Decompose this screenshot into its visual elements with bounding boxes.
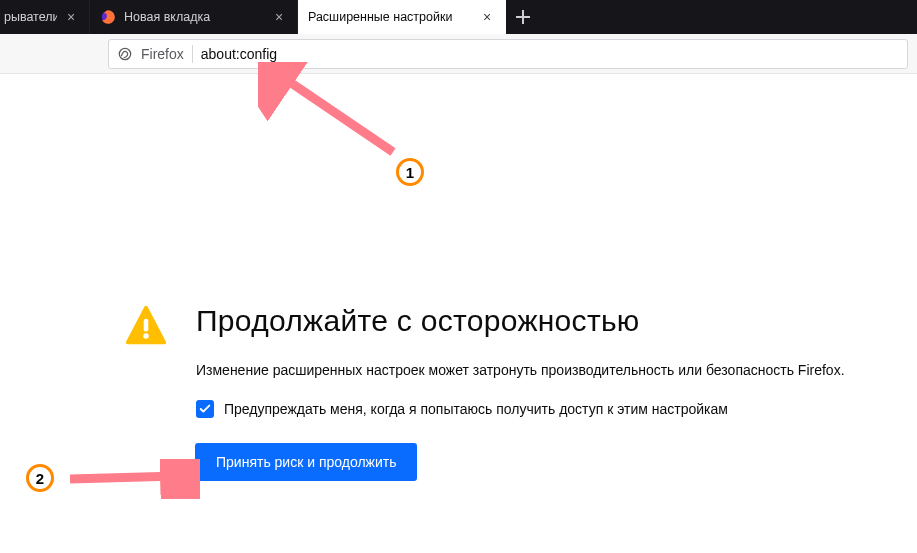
annotation-callout-1: 1 — [396, 158, 424, 186]
address-url: about:config — [201, 46, 277, 62]
accept-risk-button[interactable]: Принять риск и продолжить — [196, 444, 416, 480]
new-tab-button[interactable] — [506, 0, 540, 34]
tab-strip: рыватели · × Новая вкладка × Расширенные… — [0, 0, 917, 34]
warning-body: Изменение расширенных настроек может зат… — [196, 362, 845, 378]
callout-number: 1 — [406, 164, 414, 181]
checkbox-label: Предупреждать меня, когда я попытаюсь по… — [224, 401, 728, 417]
tab-partial[interactable]: рыватели · × — [0, 0, 90, 34]
warning-heading: Продолжайте с осторожностью — [196, 304, 845, 338]
tab-active[interactable]: Расширенные настройки × — [298, 0, 506, 34]
warn-checkbox-row[interactable]: Предупреждать меня, когда я попытаюсь по… — [196, 400, 845, 418]
warning-text: Продолжайте с осторожностью Изменение ра… — [196, 304, 845, 480]
svg-point-3 — [143, 333, 149, 339]
warning-block: Продолжайте с осторожностью Изменение ра… — [124, 304, 845, 480]
tab-new[interactable]: Новая вкладка × — [90, 0, 298, 34]
svg-line-4 — [278, 74, 393, 152]
tab-label: Расширенные настройки — [308, 10, 473, 24]
tab-label: Новая вкладка — [124, 10, 265, 24]
page-content: Продолжайте с осторожностью Изменение ра… — [0, 74, 917, 553]
annotation-callout-2: 2 — [26, 464, 54, 492]
svg-rect-2 — [144, 319, 149, 332]
close-icon[interactable]: × — [271, 9, 287, 25]
toolbar: Firefox about:config — [0, 34, 917, 74]
close-icon[interactable]: × — [479, 9, 495, 25]
callout-number: 2 — [36, 470, 44, 487]
warning-triangle-icon — [124, 304, 168, 348]
address-bar[interactable]: Firefox about:config — [108, 39, 908, 69]
checkbox-checked-icon[interactable] — [196, 400, 214, 418]
firefox-glyph-icon — [117, 46, 133, 62]
address-brand: Firefox — [141, 46, 184, 62]
close-icon[interactable]: × — [63, 9, 79, 25]
separator — [192, 45, 193, 63]
firefox-icon — [100, 9, 116, 25]
annotation-arrow-1 — [258, 62, 428, 182]
tab-label: рыватели · — [4, 10, 57, 24]
